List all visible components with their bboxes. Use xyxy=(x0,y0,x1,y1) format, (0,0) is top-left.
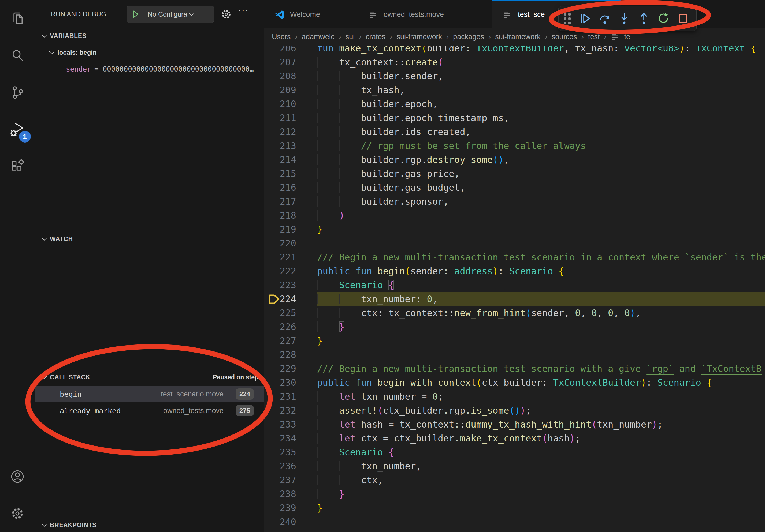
code-line-208[interactable]: 208 builder.sender, xyxy=(264,69,765,83)
breadcrumb-item[interactable]: sui-framework xyxy=(396,33,442,41)
stop-button[interactable] xyxy=(675,10,691,27)
line-number[interactable]: 206 xyxy=(264,46,317,55)
code-text[interactable]: } xyxy=(317,334,765,348)
restart-button[interactable] xyxy=(656,10,671,27)
code-text[interactable]: builder.ids_created, xyxy=(317,125,765,139)
line-number[interactable]: 221 xyxy=(264,250,317,264)
code-text[interactable]: tx_hash, xyxy=(317,83,765,97)
code-text[interactable]: } xyxy=(317,320,765,334)
breadcrumb-item[interactable]: packages xyxy=(453,33,484,41)
code-text[interactable]: builder.epoch_timestamp_ms, xyxy=(317,111,765,125)
code-text[interactable]: builder.sender, xyxy=(317,69,765,83)
code-text[interactable] xyxy=(317,236,765,250)
line-number[interactable]: 235 xyxy=(264,445,317,459)
code-line-209[interactable]: 209 tx_hash, xyxy=(264,83,765,97)
code-text[interactable]: let txn_number = 0; xyxy=(317,390,765,403)
line-number[interactable]: 238 xyxy=(264,487,317,501)
code-text[interactable]: ctx: tx_context::new_from_hint(sender, 0… xyxy=(317,306,765,320)
line-number[interactable]: 216 xyxy=(264,180,317,194)
line-number[interactable]: 240 xyxy=(264,515,317,529)
code-text[interactable]: builder.epoch, xyxy=(317,97,765,111)
breadcrumb-item[interactable]: crates xyxy=(366,33,386,41)
code-line-234[interactable]: 234 let ctx = ctx_builder.make_tx_contex… xyxy=(264,431,765,445)
code-line-222[interactable]: 222public fun begin(sender: address): Sc… xyxy=(264,264,765,278)
line-number[interactable]: 212 xyxy=(264,125,317,139)
code-text[interactable]: /// Begin a new multi-transaction test s… xyxy=(317,362,765,376)
breadcrumb-item[interactable]: test xyxy=(588,33,600,41)
code-text[interactable]: /// Creates and shares system objects, a… xyxy=(317,529,765,532)
code-line-218[interactable]: 218 ) xyxy=(264,208,765,222)
variables-section-header[interactable]: VARIABLES xyxy=(35,29,264,43)
line-number[interactable]: 208 xyxy=(264,69,317,83)
line-number[interactable]: 232 xyxy=(264,403,317,417)
code-line-229[interactable]: 229/// Begin a new multi-transaction tes… xyxy=(264,362,765,376)
code-line-233[interactable]: 233 let hash = tx_context::dummy_tx_hash… xyxy=(264,417,765,431)
code-text[interactable]: builder.gas_price, xyxy=(317,166,765,180)
watch-section-header[interactable]: WATCH xyxy=(35,232,264,246)
code-line-230[interactable]: 230public fun begin_with_context(ctx_bui… xyxy=(264,376,765,390)
code-text[interactable]: } xyxy=(317,222,765,236)
line-number[interactable]: 241 xyxy=(264,529,317,532)
code-line-207[interactable]: 207 tx_context::create( xyxy=(264,55,765,69)
code-text[interactable]: public fun begin(sender: address): Scena… xyxy=(317,264,765,278)
code-line-220[interactable]: 220 xyxy=(264,236,765,250)
line-number[interactable]: 222 xyxy=(264,264,317,278)
code-line-236[interactable]: 236 txn_number, xyxy=(264,459,765,473)
code-text[interactable]: builder.sponsor, xyxy=(317,194,765,208)
line-number[interactable]: 239 xyxy=(264,501,317,515)
breadcrumb-file[interactable]: te xyxy=(624,33,630,41)
line-number[interactable]: 207 xyxy=(264,55,317,69)
code-line-240[interactable]: 240 xyxy=(264,515,765,529)
code-text[interactable] xyxy=(317,348,765,362)
explorer-icon[interactable] xyxy=(0,0,35,37)
line-number[interactable]: 228 xyxy=(264,348,317,362)
step-into-button[interactable] xyxy=(616,10,632,27)
line-number[interactable]: 229 xyxy=(264,362,317,376)
run-and-debug-icon[interactable]: 1 xyxy=(0,111,35,148)
line-number[interactable]: 236 xyxy=(264,459,317,473)
line-number[interactable]: 231 xyxy=(264,390,317,403)
step-out-button[interactable] xyxy=(636,10,652,27)
line-number[interactable]: 227 xyxy=(264,334,317,348)
code-line-221[interactable]: 221/// Begin a new multi-transaction tes… xyxy=(264,250,765,264)
code-line-226[interactable]: 226 } xyxy=(264,320,765,334)
code-line-231[interactable]: 231 let txn_number = 0; xyxy=(264,390,765,403)
line-number[interactable]: 230 xyxy=(264,376,317,390)
code-editor[interactable]: 206fun make_tx_context(builder: TxContex… xyxy=(264,46,765,532)
search-icon[interactable] xyxy=(0,37,35,74)
code-line-219[interactable]: 219} xyxy=(264,222,765,236)
code-text[interactable]: // rgp must be set from the caller alway… xyxy=(317,139,765,153)
code-text[interactable]: let ctx = ctx_builder.make_tx_context(ha… xyxy=(317,431,765,445)
breakpoints-section-header[interactable]: BREAKPOINTS xyxy=(35,518,264,532)
code-text[interactable]: assert!(ctx_builder.rgp.is_some()); xyxy=(317,403,765,417)
tab-owned_tests-move[interactable]: owned_tests.move xyxy=(358,0,492,28)
code-text[interactable]: tx_context::create( xyxy=(317,55,765,69)
code-text[interactable]: txn_number: 0, xyxy=(317,292,765,306)
code-line-225[interactable]: 225 ctx: tx_context::new_from_hint(sende… xyxy=(264,306,765,320)
line-number[interactable]: 209 xyxy=(264,83,317,97)
variables-scope-row[interactable]: locals: begin xyxy=(35,46,264,60)
line-number[interactable]: 237 xyxy=(264,473,317,487)
line-number[interactable]: 234 xyxy=(264,431,317,445)
code-line-232[interactable]: 232 assert!(ctx_builder.rgp.is_some()); xyxy=(264,403,765,417)
toolbar-drag-handle[interactable] xyxy=(564,13,571,24)
line-number[interactable]: 218 xyxy=(264,208,317,222)
code-line-214[interactable]: 214 builder.rgp.destroy_some(), xyxy=(264,153,765,166)
line-number[interactable]: 220 xyxy=(264,236,317,250)
call-stack-section-header[interactable]: CALL STACK Paused on step xyxy=(35,370,264,384)
account-icon[interactable] xyxy=(0,458,35,495)
code-text[interactable]: Scenario { xyxy=(317,278,765,292)
code-line-210[interactable]: 210 builder.epoch, xyxy=(264,97,765,111)
code-text[interactable]: Scenario { xyxy=(317,445,765,459)
line-number[interactable]: 223 xyxy=(264,278,317,292)
code-text[interactable]: txn_number, xyxy=(317,459,765,473)
line-number[interactable]: 225 xyxy=(264,306,317,320)
line-number[interactable]: 210 xyxy=(264,97,317,111)
line-number[interactable]: 224 xyxy=(264,292,317,306)
code-line-237[interactable]: 237 ctx, xyxy=(264,473,765,487)
code-text[interactable]: ) xyxy=(317,208,765,222)
code-text[interactable]: } xyxy=(317,501,765,515)
breadcrumb-item[interactable]: sources xyxy=(552,33,577,41)
code-line-212[interactable]: 212 builder.ids_created, xyxy=(264,125,765,139)
code-line-223[interactable]: 223 Scenario { xyxy=(264,278,765,292)
